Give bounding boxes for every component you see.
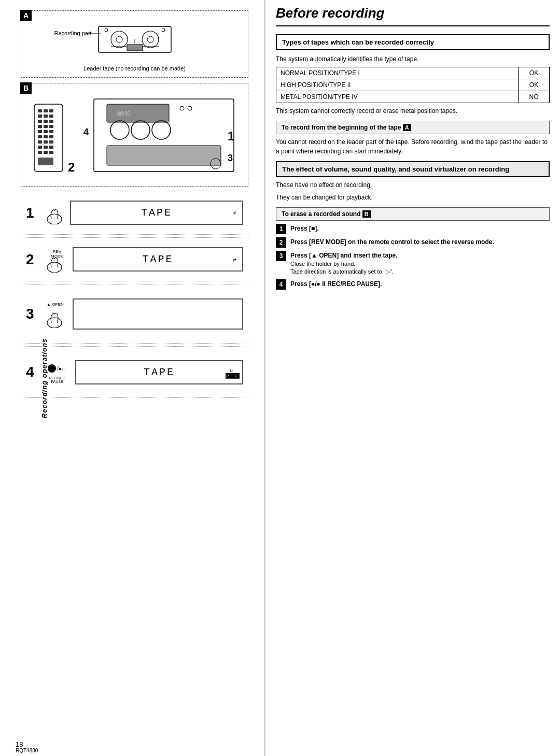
volume-effect-body1: These have no effect on recording. — [276, 180, 550, 190]
erase-step-1: 1 Press [■]. — [276, 224, 550, 234]
tape-type-1: NORMAL POSITION/TYPE I — [276, 67, 519, 79]
svg-rect-21 — [38, 125, 42, 128]
left-panel: Recording operations A — [0, 0, 264, 756]
svg-rect-13 — [44, 109, 48, 112]
model-number: RQT4880 — [16, 748, 38, 753]
svg-rect-35 — [49, 146, 53, 149]
step-1-number: 1 — [26, 205, 39, 221]
svg-rect-19 — [44, 120, 48, 123]
rec-button-icon: /● II — [47, 361, 67, 376]
svg-rect-12 — [38, 109, 42, 112]
step-2-panel: 2 REV MODE TAPE ⇄ — [21, 237, 248, 281]
tape-cassette-diagram — [88, 24, 181, 63]
svg-rect-20 — [49, 120, 53, 123]
svg-rect-33 — [38, 146, 42, 149]
table-row: METAL POSITION/TYPE IV NO — [276, 91, 550, 103]
tape-status-1: OK — [519, 67, 550, 79]
tape-type-2: HIGH POSITION/TYPE II — [276, 79, 519, 91]
page-title: Before recording — [276, 5, 550, 26]
svg-rect-30 — [38, 140, 42, 144]
svg-rect-26 — [49, 130, 53, 133]
tape-type-3: METAL POSITION/TYPE IV — [276, 91, 519, 103]
step-circle-4: 4 — [276, 279, 286, 290]
step-1-display: TAPE ≠ — [70, 201, 243, 225]
svg-rect-17 — [49, 115, 53, 118]
step-4-display-text: TAPE — [144, 366, 175, 378]
step-2-number: 2 — [26, 251, 39, 268]
svg-point-57 — [48, 364, 56, 373]
tape-types-table: NORMAL POSITION/TYPE I OK HIGH POSITION/… — [276, 67, 550, 103]
svg-rect-8 — [127, 45, 143, 51]
svg-point-48 — [180, 106, 184, 110]
svg-rect-25 — [44, 130, 48, 133]
section-b-label: B — [20, 82, 32, 94]
record-beginning-section: To record from the beginning of the tape… — [276, 121, 550, 134]
erase-step-1-text: Press [■]. — [290, 224, 550, 233]
step-3-display — [73, 298, 243, 330]
svg-rect-14 — [49, 109, 53, 112]
svg-point-4 — [147, 36, 153, 42]
svg-point-2 — [116, 36, 122, 42]
erase-step-4: 4 Press [●/● II REC/REC PAUSE]. — [276, 279, 550, 290]
svg-point-54 — [47, 214, 62, 224]
tape-note-text: This system cannot correctly record or e… — [276, 106, 550, 116]
section-a-label: A — [20, 10, 32, 21]
section-ref-b: B — [362, 210, 371, 218]
step-circle-2: 2 — [276, 237, 286, 248]
table-row: HIGH POSITION/TYPE II OK — [276, 79, 550, 91]
volume-effect-section: The effect of volume, sound quality, and… — [276, 161, 550, 177]
hand-icon-2 — [44, 249, 65, 273]
step-2-icon: ⇄ — [233, 256, 238, 263]
step-1-icon: ≠ — [233, 210, 238, 216]
step-1-panel: 1 TAPE ≠ — [21, 191, 248, 235]
erase-step-2: 2 Press [REV MODE] on the remote control… — [276, 237, 550, 248]
erase-step-3-text: Press [▲ OPEN] and insert the tape. — [290, 251, 550, 260]
svg-point-56 — [47, 318, 62, 328]
svg-rect-15 — [38, 115, 42, 118]
hand-icon-1 — [44, 201, 65, 224]
volume-effect-body2: They can be changed for playback. — [276, 193, 550, 202]
svg-rect-50 — [107, 146, 221, 165]
svg-rect-38 — [49, 151, 53, 154]
stereo-system-diagram: 2 4 00:00 1 3 — [26, 89, 249, 184]
svg-rect-23 — [49, 125, 53, 128]
svg-point-49 — [188, 106, 192, 110]
svg-rect-29 — [49, 135, 53, 138]
tape-intro-text: The system automatically identifies the … — [276, 54, 550, 64]
step-4-display: TAPE ▷REC — [75, 360, 243, 384]
step-4-panel: 4 /● II REC/REC PAUSE TAPE ▷REC — [21, 346, 248, 398]
step-4-number: 4 — [26, 364, 39, 380]
svg-text:II: II — [62, 367, 64, 372]
svg-rect-36 — [38, 151, 42, 154]
step-circle-3: 3 — [276, 251, 286, 261]
svg-rect-43 — [107, 104, 169, 122]
svg-rect-18 — [38, 120, 42, 123]
step-2-display-text: TAPE — [142, 253, 173, 265]
tape-status-3: NO — [519, 91, 550, 103]
section-a: A — [21, 10, 248, 78]
svg-rect-37 — [44, 151, 48, 154]
step-1-display-text: TAPE — [141, 207, 172, 219]
erase-step-2-text: Press [REV MODE] on the remote control t… — [290, 237, 550, 247]
record-beginning-body: You cannot record on the leader part of … — [276, 137, 550, 156]
step-3-number: 3 — [26, 306, 39, 322]
svg-rect-16 — [44, 115, 48, 118]
svg-point-7 — [162, 28, 165, 32]
svg-rect-39 — [38, 158, 53, 165]
erase-section: To erase a recorded sound B — [276, 207, 550, 221]
page-number: 18 — [16, 740, 23, 748]
svg-point-45 — [110, 121, 129, 139]
svg-rect-27 — [38, 135, 42, 138]
section-ref-a: A — [403, 124, 411, 131]
record-beginning-title: To record from the beginning of the tape… — [282, 124, 544, 131]
step-2-display: TAPE ⇄ — [73, 247, 243, 272]
recording-part-line — [86, 33, 101, 34]
erase-title: To erase a recorded sound B — [282, 210, 544, 218]
erase-step-3-sub2: Tape direction is automatically set to "… — [290, 268, 550, 276]
leader-tape-label: Leader tape (no recording can be made) — [26, 65, 243, 72]
svg-text:2: 2 — [68, 160, 75, 174]
svg-rect-28 — [44, 135, 48, 138]
svg-text:00:00: 00:00 — [117, 111, 130, 117]
svg-text:4: 4 — [83, 127, 89, 137]
svg-point-3 — [142, 31, 159, 48]
